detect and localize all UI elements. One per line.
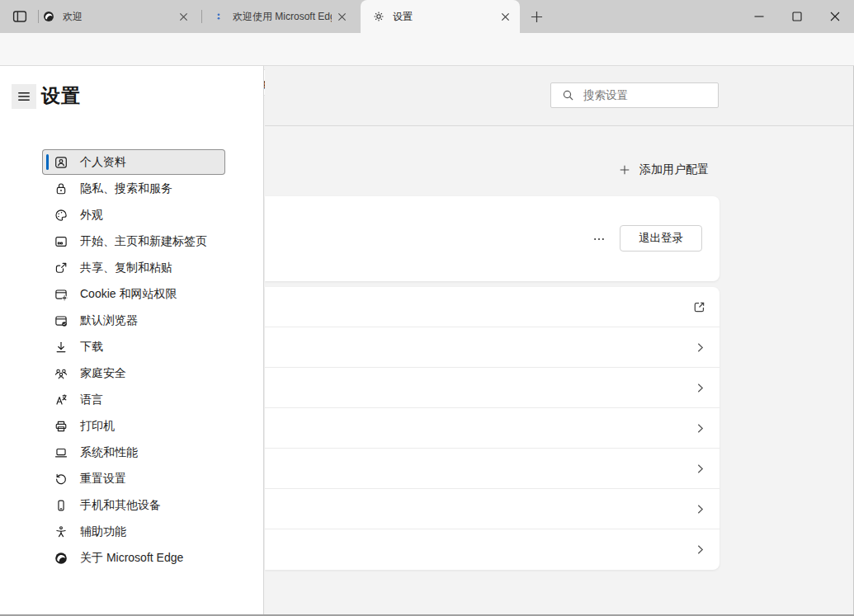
open-external-icon [691, 299, 707, 315]
sidebar-item-label: 辅助功能 [80, 524, 126, 539]
sidebar-item-system-performance[interactable]: 系统和性能 [43, 440, 224, 464]
chevron-right-icon [693, 421, 707, 435]
chevron-right-icon [693, 341, 707, 355]
performance-icon [54, 445, 68, 460]
tab-preview-icon[interactable] [10, 7, 30, 26]
sidebar-item-label: 共享、复制和粘贴 [80, 261, 172, 275]
default-browser-icon [54, 313, 68, 328]
tab-welcome-edge[interactable]: 欢迎使用 Microsoft Edg [205, 0, 356, 33]
chevron-right-icon [693, 543, 707, 557]
sidebar-item-label: 打印机 [80, 419, 115, 434]
download-icon [54, 340, 68, 355]
sidebar-item-label: 语言 [80, 393, 103, 407]
sidebar-item-family-safety[interactable]: 家庭安全 [43, 361, 224, 385]
list-item[interactable] [265, 287, 720, 327]
sidebar-item-label: 关于 Microsoft Edge [80, 551, 183, 566]
sidebar-item-share-copy-paste[interactable]: 共享、复制和粘贴 [43, 256, 224, 280]
palette-icon [54, 208, 68, 223]
family-icon [54, 366, 68, 381]
navigation-bar: Edge edge://settings/profiles [0, 33, 854, 66]
sidebar-item-downloads[interactable]: 下载 [43, 335, 224, 359]
close-icon[interactable] [498, 10, 512, 23]
profile-card: 退出登录 [265, 196, 720, 281]
hamburger-menu-icon[interactable] [12, 84, 36, 109]
chevron-right-icon [693, 381, 707, 395]
new-tab-button[interactable] [527, 7, 545, 26]
sidebar-item-label: 开始、主页和新建标签页 [80, 234, 207, 249]
list-item[interactable] [265, 327, 720, 368]
share-icon [54, 261, 68, 275]
sidebar-item-label: 重置设置 [80, 472, 126, 487]
list-item[interactable] [265, 368, 720, 408]
signout-button[interactable]: 退出登录 [620, 225, 702, 252]
sidebar-item-profiles[interactable]: 个人资料 [43, 150, 224, 174]
browser-window: 欢迎 欢迎使用 Microsoft Edg [0, 0, 854, 616]
edge-logo-icon [42, 10, 55, 23]
tab-settings[interactable]: 设置 [361, 0, 520, 33]
list-item[interactable] [265, 489, 720, 529]
add-profile-label: 添加用户配置 [639, 162, 709, 177]
sidebar-item-label: 隐私、搜索和服务 [80, 181, 172, 196]
sidebar-item-phone-devices[interactable]: 手机和其他设备 [43, 493, 224, 517]
sidebar-item-label: 默认浏览器 [80, 313, 138, 328]
profile-settings-list [265, 287, 720, 570]
sidebar-item-label: Cookie 和网站权限 [80, 287, 177, 302]
tab-title: 欢迎 [63, 10, 173, 24]
blue-favicon-icon [212, 10, 225, 23]
sidebar-item-accessibility[interactable]: 辅助功能 [43, 520, 224, 543]
list-item[interactable] [265, 449, 720, 489]
tab-title: 设置 [393, 10, 495, 24]
tab-bar: 欢迎 欢迎使用 Microsoft Edg [0, 0, 854, 33]
sidebar-item-label: 手机和其他设备 [80, 498, 161, 513]
close-window-button[interactable] [816, 0, 854, 33]
language-icon [54, 393, 68, 407]
tab-welcome[interactable]: 欢迎 [35, 0, 198, 33]
maximize-button[interactable] [778, 0, 816, 33]
sidebar-nav: 个人资料 隐私、搜索和服务 [43, 150, 224, 572]
settings-search-box[interactable] [550, 82, 719, 108]
sidebar-item-cookies-permissions[interactable]: Cookie 和网站权限 [43, 282, 224, 306]
plus-icon [618, 163, 631, 176]
search-input[interactable] [583, 89, 718, 101]
printer-icon [54, 419, 68, 434]
tab-separator [201, 10, 202, 23]
sidebar-item-label: 下载 [80, 340, 103, 355]
sidebar-item-privacy[interactable]: 隐私、搜索和服务 [43, 176, 224, 200]
sidebar-item-start-home[interactable]: 开始、主页和新建标签页 [43, 229, 224, 253]
profile-card-icon [54, 155, 68, 170]
settings-header [265, 66, 854, 126]
edge-logo-icon [54, 551, 68, 566]
sidebar-item-label: 外观 [80, 208, 103, 223]
gear-icon [372, 10, 385, 23]
sidebar-item-label: 家庭安全 [80, 366, 126, 381]
search-icon [561, 88, 575, 102]
phone-icon [54, 498, 68, 513]
sidebar-item-default-browser[interactable]: 默认浏览器 [43, 308, 224, 332]
window-controls [740, 0, 854, 33]
close-icon[interactable] [335, 10, 348, 23]
add-profile-button[interactable]: 添加用户配置 [618, 157, 709, 183]
accessibility-icon [54, 524, 68, 539]
chevron-right-icon [693, 462, 707, 476]
sidebar-item-about-edge[interactable]: 关于 Microsoft Edge [43, 546, 224, 570]
settings-sidebar: 设置 个人资料 隐私、搜索和服务 [0, 66, 264, 614]
sidebar-item-label: 系统和性能 [80, 445, 138, 460]
chevron-right-icon [693, 502, 707, 516]
sidebar-item-printers[interactable]: 打印机 [43, 414, 224, 438]
sidebar-item-languages[interactable]: 语言 [43, 388, 224, 411]
tab-title: 欢迎使用 Microsoft Edg [233, 10, 332, 24]
minimize-button[interactable] [740, 0, 778, 33]
list-item[interactable] [265, 529, 720, 570]
sidebar-item-appearance[interactable]: 外观 [43, 203, 224, 227]
page-title: 设置 [41, 83, 81, 109]
lock-icon [54, 181, 68, 196]
close-icon[interactable] [177, 10, 190, 23]
reset-icon [54, 472, 68, 487]
cookie-permissions-icon [54, 287, 68, 302]
list-item[interactable] [265, 408, 720, 449]
sidebar-item-label: 个人资料 [80, 155, 126, 170]
more-horizontal-icon[interactable] [587, 227, 611, 252]
sidebar-item-reset-settings[interactable]: 重置设置 [43, 467, 224, 491]
start-page-icon [54, 234, 68, 249]
